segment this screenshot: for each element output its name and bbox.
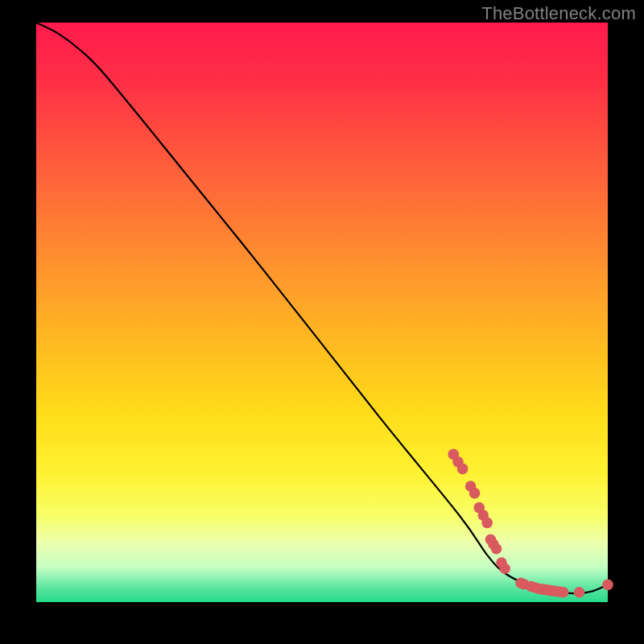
chart-frame: TheBottleneck.com — [0, 0, 644, 644]
scatter-point — [558, 587, 569, 598]
gradient-background — [36, 23, 608, 602]
scatter-point — [602, 580, 613, 591]
scatter-point — [491, 543, 502, 555]
scatter-point — [481, 518, 493, 529]
scatter-point — [574, 587, 585, 598]
scatter-point — [469, 488, 481, 499]
bottleneck-chart — [0, 0, 644, 644]
scatter-point — [499, 563, 510, 574]
watermark-text: TheBottleneck.com — [481, 3, 636, 24]
scatter-point — [457, 464, 469, 475]
